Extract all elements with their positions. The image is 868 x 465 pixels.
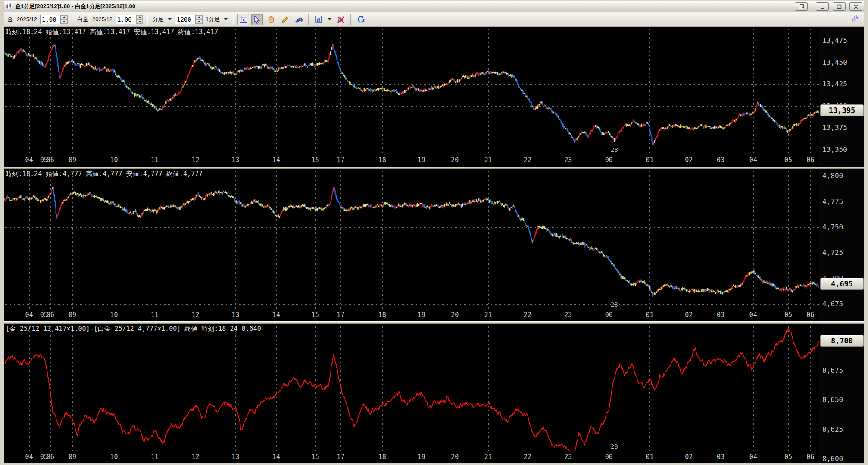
line-plot-svg [4,324,819,451]
time-axis-label: 03 [717,311,724,319]
time-axis-label: 04 [25,311,33,319]
gold-multiplier-spinner[interactable]: 1.00 [40,15,68,24]
remove-indicator-button[interactable] [335,14,347,25]
platinum-multiplier-spinner[interactable]: 1.00 [116,15,143,24]
gold-label: 金 [6,16,14,23]
draw-line-tool-button[interactable] [279,14,290,25]
time-axis-label: 10 [110,311,118,319]
time-axis-label: 10 [110,453,118,461]
gold-time-axis: 0405060910111213141517181920212223000102… [4,154,819,167]
price-axis-label: 13,450 [822,58,847,66]
bar-count-spinner[interactable]: 1200 [175,15,203,24]
platinum-plot-area[interactable]: 時刻:18:24 始値:4,777 高値:4,777 安値:4,777 終値:4… [4,169,819,309]
bar-count-value[interactable]: 1200 [175,15,195,24]
app-window: 金1分足[2025/12]1.00 - 白金1分足[2025/12]1.00 金 [0,0,868,465]
erase-line-tool-button[interactable] [293,14,304,25]
price-axis-label: 8,650 [822,396,843,404]
spread-plot-area[interactable]: [金 25/12 13,417×1.00]-[白金 25/12 4,777×1.… [4,324,819,451]
pencil-icon [281,15,289,24]
spin-up-button[interactable] [196,15,202,19]
platinum-contract-month: 2025/12 [91,16,113,22]
price-axis-label: 13,425 [822,80,847,88]
maximize-icon [837,4,842,9]
price-axis-label: 4,775 [822,198,843,206]
chevron-down-icon[interactable] [328,18,331,20]
time-axis-label: 15 [312,311,319,319]
time-axis-label: 01 [646,311,653,319]
time-axis-label: 03 [717,156,724,164]
settings-wrench-icon[interactable] [851,15,859,24]
spread-formula-readout: [金 25/12 13,417×1.00]-[白金 25/12 4,777×1.… [6,325,261,333]
spread-chart-panel: [金 25/12 13,417×1.00]-[白金 25/12 4,777×1.… [4,324,864,463]
price-axis-label: 13,475 [822,36,847,44]
close-button[interactable] [849,2,862,11]
gold-plot-area[interactable]: 時刻:18:24 始値:13,417 高値:13,417 安値:13,417 終… [4,27,819,154]
triangle-down-icon [138,21,141,22]
time-axis-label: 19 [418,156,425,164]
indicator-chart-button[interactable] [313,14,325,25]
minimize-icon [820,4,825,9]
time-axis-label: 20 [451,311,459,319]
spread-price-axis: 8,7008,6758,6508,6258,6008,700 [819,324,864,463]
time-axis-label: 09 [69,453,76,461]
time-axis-label: 17 [337,156,344,164]
gold-contract-month: 2025/12 [16,16,38,22]
time-axis-label: 18 [378,311,386,319]
interval-dropdown-label[interactable]: 1分足 [205,16,221,23]
time-axis-label: 23 [564,453,572,461]
hand-icon [267,15,275,24]
time-axis-label: 01 [646,453,653,461]
pointer-tool-button[interactable] [251,14,263,25]
chart-cursor-icon [239,15,248,24]
time-axis-label: 11 [151,311,159,319]
time-axis-label: 13 [231,311,239,319]
gold-price-axis: 13,47513,45013,42513,40013,37513,35013,3… [819,27,864,167]
time-axis-label: 04 [25,453,33,461]
pan-tool-button[interactable] [265,14,277,25]
spin-down-button[interactable] [136,19,143,24]
spin-down-button[interactable] [196,19,202,24]
time-axis-label: 13 [231,453,239,461]
time-axis-label: 06 [806,156,814,164]
cascade-windows-button[interactable] [795,2,808,11]
bar-chart-delete-icon [337,15,345,24]
platinum-price-axis: 4,8004,7754,7504,7254,7004,6754,695 [819,169,864,321]
maximize-button[interactable] [833,2,846,11]
chevron-down-icon[interactable] [168,18,172,20]
time-axis-label: 04 [25,156,33,164]
app-candlestick-icon [6,3,12,10]
time-axis-label: 12 [192,156,200,164]
minimize-button[interactable] [816,2,829,11]
close-icon [853,4,859,9]
time-axis-label: 23 [564,311,572,319]
toolbar-separator [350,14,351,25]
time-axis-label: 01 [646,156,653,164]
title-bar: 金1分足[2025/12]1.00 - 白金1分足[2025/12]1.00 [4,1,864,12]
gold-multiplier-value[interactable]: 1.00 [41,15,60,24]
toolbar-separator [308,14,309,25]
bar-type-dropdown-label[interactable]: 分足 [152,16,165,23]
time-axis-label: 05 [784,453,792,461]
spin-down-button[interactable] [61,19,67,24]
time-axis-label: 12 [192,453,200,461]
time-axis-label: 20 [451,453,459,461]
refresh-icon: R [357,15,365,24]
cascade-icon [798,4,804,9]
date-label: 28 [611,301,618,308]
spin-up-button[interactable] [136,15,143,19]
chart-cursor-mode-button[interactable] [237,14,249,25]
time-axis-label: 10 [110,156,118,164]
platinum-multiplier-value[interactable]: 1.00 [116,15,136,24]
spin-up-button[interactable] [61,15,67,19]
time-axis-label: 13 [231,156,239,164]
time-axis-label: 21 [484,156,492,164]
time-axis-label: 14 [272,453,280,461]
time-axis-label: 03 [717,453,724,461]
time-axis-label: 06 [47,156,54,164]
date-label: 28 [611,146,618,153]
time-axis-label: 06 [47,453,54,461]
time-axis-label: 20 [451,156,459,164]
reload-chart-button[interactable]: R [355,14,367,25]
chevron-down-icon[interactable] [224,18,228,20]
date-label: 28 [611,443,618,450]
